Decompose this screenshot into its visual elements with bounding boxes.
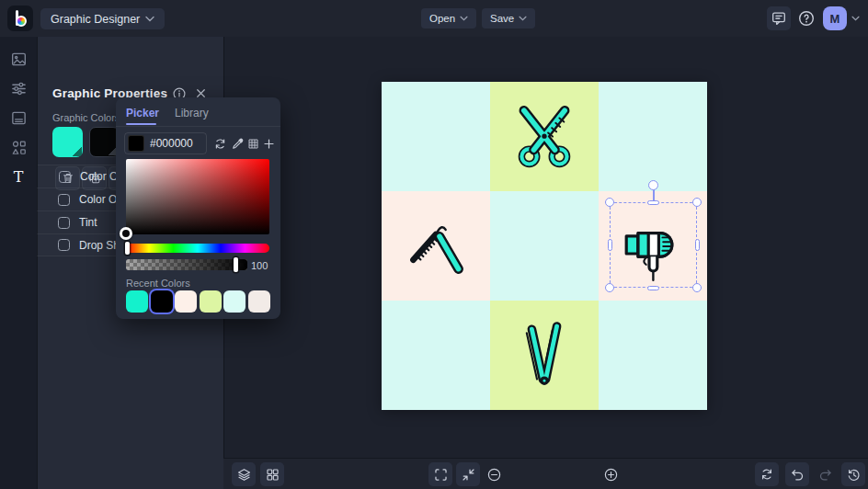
shrink-view-button[interactable] [456,462,480,486]
sidebar-item-images[interactable] [9,50,28,68]
checkbox-drop-shadow[interactable] [58,239,70,251]
undo-icon [790,467,805,483]
bottom-toolbar: 40% [223,458,868,489]
plus-icon [262,137,276,151]
alpha-slider[interactable] [126,259,247,270]
save-label: Save [490,13,514,24]
app-logo[interactable] [7,6,33,31]
fit-to-screen-button[interactable] [428,462,452,486]
recent-colors-label: Recent Colors [126,278,190,289]
checkbox-tint[interactable] [58,217,70,229]
redo-button[interactable] [817,466,833,483]
recent-color-swatch[interactable] [175,290,197,313]
feedback-button[interactable] [767,6,791,30]
alpha-value: 100 [251,260,268,271]
help-icon [797,9,816,28]
rotation-handle[interactable] [648,180,658,190]
recent-color-swatch[interactable] [126,290,148,313]
divider [116,126,280,127]
save-button[interactable]: Save [482,8,535,28]
hue-slider[interactable] [126,244,269,253]
color-grid-button[interactable] [246,136,261,152]
resize-handle-n[interactable] [647,200,659,205]
alpha-gradient [126,259,247,270]
resize-handle-e[interactable] [695,239,700,251]
history-button[interactable] [841,462,865,486]
tab-picker[interactable]: Picker [126,107,159,119]
chevron-down-icon [460,16,468,21]
saturation-value-area[interactable] [126,159,269,234]
graphic-color-swatch-1[interactable] [52,127,83,157]
canvas-tile-razor[interactable] [382,191,490,301]
resize-handle-w[interactable] [608,239,612,251]
logo-rainbow-bowl [16,16,27,27]
resize-handle-nw[interactable] [605,198,614,207]
project-type-dropdown[interactable]: Graphic Designer [40,8,165,29]
project-type-label: Graphic Designer [51,13,140,26]
selection-box[interactable] [610,202,697,288]
plus-circle-icon [603,467,619,483]
recent-color-swatch-selected[interactable] [151,290,173,313]
current-color-swatch [128,135,144,152]
recent-color-swatch[interactable] [200,290,222,313]
fullscreen-icon [433,467,449,483]
canvas-tile[interactable] [490,191,599,301]
resize-handle-ne[interactable] [692,198,702,207]
zoom-out-button[interactable] [485,466,502,483]
open-button[interactable]: Open [421,8,476,28]
resize-handle-se[interactable] [692,283,702,292]
history-icon [846,467,862,483]
user-avatar[interactable]: M [823,6,847,30]
color-cursor[interactable] [120,227,132,240]
refresh-button[interactable] [755,462,779,486]
alpha-slider-handle[interactable] [234,257,238,272]
pages-button[interactable] [260,462,284,486]
canvas-tile[interactable] [382,301,490,410]
hex-input[interactable] [150,137,205,150]
comment-icon [771,10,787,27]
checkbox-color-overlay[interactable] [59,171,71,183]
recent-colors-row [126,290,270,313]
card-icon [10,109,28,127]
razor-comb-icon [398,209,474,284]
option-label: Tint [79,216,97,229]
sidebar-item-templates[interactable] [9,108,28,127]
avatar-initial: M [830,12,840,26]
resize-handle-s[interactable] [647,286,659,290]
hue-slider-handle[interactable] [125,242,130,255]
checkbox-color-overlay[interactable] [58,194,70,206]
chevron-down-icon [145,16,154,22]
swap-colors-button[interactable] [212,136,228,152]
color-picker-popup: Picker Library 100 Recent Colors [116,97,280,319]
sidebar-item-graphics[interactable] [9,138,28,156]
recent-color-swatch[interactable] [223,290,246,313]
grid-2x2-icon [265,467,280,483]
account-menu-chevron[interactable] [851,16,860,21]
canvas-tile[interactable] [599,82,707,191]
image-icon [10,51,28,68]
eyedropper-button[interactable] [230,136,246,152]
canvas-tile-scissors[interactable] [490,82,599,191]
zoom-in-button[interactable] [602,466,619,483]
sidebar-item-text[interactable]: T [9,167,28,186]
add-color-button[interactable] [261,136,277,152]
text-icon: T [9,167,28,186]
layers-button[interactable] [232,462,256,486]
tab-library[interactable]: Library [175,107,209,119]
minus-circle-icon [486,467,502,483]
recent-color-swatch[interactable] [248,290,270,313]
resize-handle-sw[interactable] [605,283,614,292]
canvas-tile[interactable] [599,301,707,410]
shapes-icon [10,139,28,156]
hex-color-field[interactable] [124,132,207,154]
active-tab-underline [126,123,156,125]
swatch-fold-corner [72,146,82,156]
canvas-tile[interactable] [382,82,490,191]
scissors-icon [507,99,582,175]
sidebar-item-adjustments[interactable] [9,79,28,97]
undo-button[interactable] [785,462,809,486]
canvas-tile-flat-iron[interactable] [490,301,599,410]
sliders-icon [10,80,28,97]
help-button[interactable] [796,8,817,28]
collapse-icon [461,467,476,483]
